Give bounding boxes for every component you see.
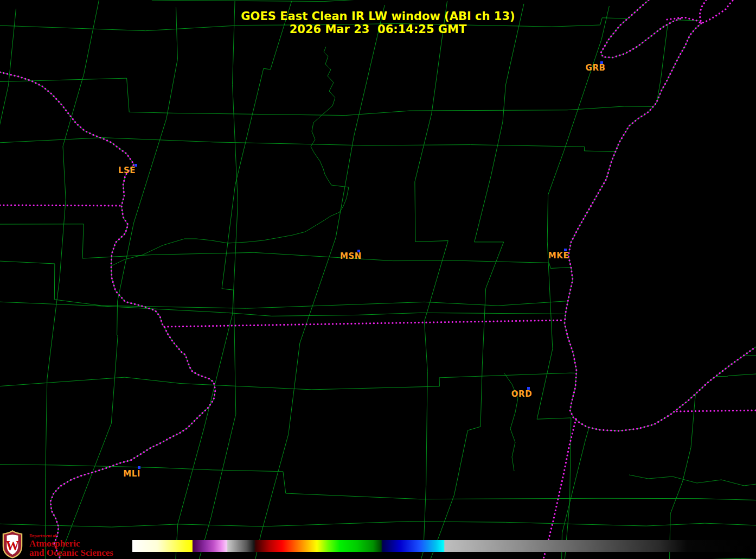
stations-layer: GRBLSEMSNMKEORDMLI: [0, 0, 756, 559]
station-label: MLI: [123, 469, 140, 479]
logo-dept-line: Department of: [29, 533, 113, 538]
station-label: MSN: [340, 251, 362, 261]
station-label: LSE: [118, 166, 136, 175]
uw-aos-logo: W Department of Atmospheric and Oceanic …: [2, 530, 113, 558]
crest-monogram: W: [6, 538, 20, 553]
station-label: GRB: [586, 63, 606, 73]
logo-name-line-1: Atmospheric: [29, 539, 113, 548]
ir-temperature-colorbar: [132, 540, 756, 552]
station-label: MKE: [548, 251, 569, 261]
satellite-image-stage: GOES East Clean IR LW window (ABI ch 13)…: [0, 0, 756, 559]
uw-crest-icon: W: [2, 530, 23, 558]
station-label: ORD: [511, 389, 532, 399]
logo-name-line-2: and Oceanic Sciences: [29, 548, 113, 557]
